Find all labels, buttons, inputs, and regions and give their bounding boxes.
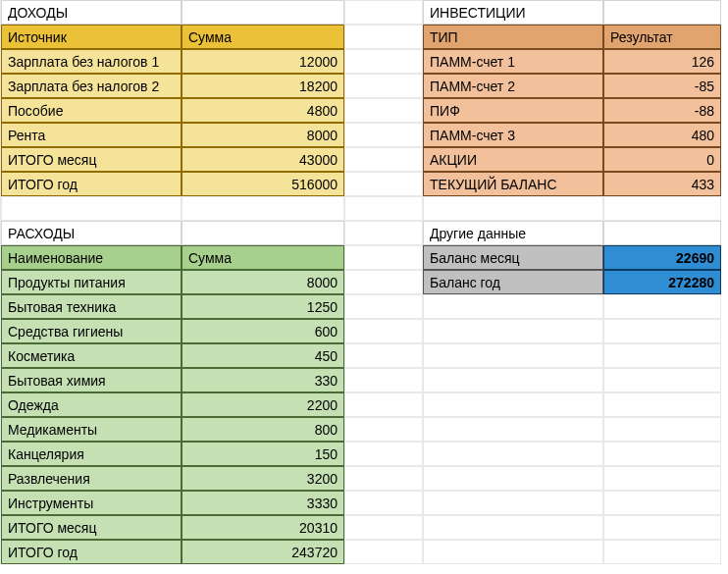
income-cell[interactable]: Зарплата без налогов 1	[1, 49, 182, 74]
blank-cell[interactable]	[423, 343, 603, 368]
expense-cell[interactable]: Продукты питания	[1, 270, 182, 294]
income-cell[interactable]: Пособие	[1, 98, 182, 123]
expenses-title-cell-2[interactable]	[182, 221, 344, 245]
blank-cell[interactable]	[182, 196, 344, 221]
other-title-cell-2[interactable]	[603, 221, 721, 245]
gap-cell[interactable]	[344, 245, 423, 270]
gap-cell[interactable]	[344, 540, 423, 564]
gap-cell[interactable]	[344, 319, 423, 343]
expenses-header-amount[interactable]: Сумма	[182, 245, 344, 270]
gap-cell[interactable]	[344, 172, 423, 196]
gap-cell[interactable]	[344, 294, 423, 319]
investment-cell[interactable]: ПАММ-счет 2	[423, 74, 603, 98]
gap-cell[interactable]	[344, 392, 423, 417]
income-header-amount[interactable]: Сумма	[182, 25, 344, 49]
blank-cell[interactable]	[1, 196, 182, 221]
income-cell[interactable]: 4800	[182, 98, 344, 123]
gap-cell[interactable]	[344, 270, 423, 294]
expense-cell[interactable]: Канцелярия	[1, 442, 182, 466]
income-cell[interactable]: Зарплата без налогов 2	[1, 74, 182, 98]
expense-cell[interactable]: Инструменты	[1, 491, 182, 515]
other-value-cell[interactable]: 272280	[603, 270, 721, 294]
blank-cell[interactable]	[423, 196, 603, 221]
blank-cell[interactable]	[603, 466, 721, 491]
gap-cell[interactable]	[344, 123, 423, 147]
expense-cell[interactable]: Медикаменты	[1, 417, 182, 442]
gap-cell[interactable]	[344, 466, 423, 491]
blank-cell[interactable]	[423, 294, 603, 319]
expense-cell[interactable]: Развлечения	[1, 466, 182, 491]
other-label-cell[interactable]: Баланс год	[423, 270, 603, 294]
blank-cell[interactable]	[423, 442, 603, 466]
blank-cell[interactable]	[603, 417, 721, 442]
blank-cell[interactable]	[423, 540, 603, 564]
investment-cell[interactable]: ПАММ-счет 3	[423, 123, 603, 147]
blank-cell[interactable]	[603, 196, 721, 221]
expense-cell[interactable]: Бытовая техника	[1, 294, 182, 319]
gap-cell[interactable]	[344, 343, 423, 368]
blank-cell[interactable]	[603, 442, 721, 466]
gap-cell[interactable]	[344, 74, 423, 98]
blank-cell[interactable]	[603, 515, 721, 540]
blank-cell[interactable]	[603, 343, 721, 368]
investment-cell[interactable]: 126	[603, 49, 721, 74]
expenses-title-cell[interactable]: РАСХОДЫ	[1, 221, 182, 245]
expense-cell[interactable]: 3330	[182, 491, 344, 515]
investments-title-cell[interactable]: ИНВЕСТИЦИИ	[423, 0, 603, 25]
income-cell[interactable]: ИТОГО год	[1, 172, 182, 196]
expense-cell[interactable]: Средства гигиены	[1, 319, 182, 343]
blank-cell[interactable]	[603, 368, 721, 392]
blank-cell[interactable]	[423, 515, 603, 540]
blank-cell[interactable]	[423, 491, 603, 515]
income-cell[interactable]: Рента	[1, 123, 182, 147]
expenses-header-name[interactable]: Наименование	[1, 245, 182, 270]
blank-cell[interactable]	[603, 294, 721, 319]
expense-cell[interactable]: 2200	[182, 392, 344, 417]
expense-cell[interactable]: 150	[182, 442, 344, 466]
blank-cell[interactable]	[423, 466, 603, 491]
income-cell[interactable]: 516000	[182, 172, 344, 196]
expense-cell[interactable]: 20310	[182, 515, 344, 540]
expense-cell[interactable]: 600	[182, 319, 344, 343]
gap-cell[interactable]	[344, 491, 423, 515]
gap-cell[interactable]	[344, 25, 423, 49]
blank-cell[interactable]	[423, 417, 603, 442]
blank-cell[interactable]	[603, 540, 721, 564]
gap-cell[interactable]	[344, 515, 423, 540]
expense-cell[interactable]: 330	[182, 368, 344, 392]
income-cell[interactable]: ИТОГО месяц	[1, 147, 182, 172]
blank-cell[interactable]	[423, 392, 603, 417]
gap-cell[interactable]	[344, 49, 423, 74]
other-label-cell[interactable]: Баланс месяц	[423, 245, 603, 270]
expense-cell[interactable]: Бытовая химия	[1, 368, 182, 392]
investment-cell[interactable]: -85	[603, 74, 721, 98]
expense-cell[interactable]: Одежда	[1, 392, 182, 417]
expense-cell[interactable]: Косметика	[1, 343, 182, 368]
income-cell[interactable]: 8000	[182, 123, 344, 147]
expense-cell[interactable]: 8000	[182, 270, 344, 294]
gap-cell[interactable]	[344, 147, 423, 172]
expense-cell[interactable]: 800	[182, 417, 344, 442]
income-header-source[interactable]: Источник	[1, 25, 182, 49]
other-title-cell[interactable]: Другие данные	[423, 221, 603, 245]
investment-cell[interactable]: -88	[603, 98, 721, 123]
blank-cell[interactable]	[423, 368, 603, 392]
income-cell[interactable]: 18200	[182, 74, 344, 98]
expense-cell[interactable]: ИТОГО месяц	[1, 515, 182, 540]
spreadsheet-grid[interactable]: ДОХОДЫ ИНВЕСТИЦИИ Источник Сумма ТИП Рез…	[0, 0, 728, 564]
blank-cell[interactable]	[603, 392, 721, 417]
investments-title-cell-2[interactable]	[603, 0, 721, 25]
gap-cell[interactable]	[344, 442, 423, 466]
gap-cell[interactable]	[344, 417, 423, 442]
gap-cell[interactable]	[344, 221, 423, 245]
income-title-cell-2[interactable]	[182, 0, 344, 25]
blank-cell[interactable]	[423, 319, 603, 343]
other-value-cell[interactable]: 22690	[603, 245, 721, 270]
expense-cell[interactable]: 450	[182, 343, 344, 368]
expense-cell[interactable]: 243720	[182, 540, 344, 564]
gap-cell[interactable]	[344, 0, 423, 25]
blank-cell[interactable]	[603, 491, 721, 515]
blank-cell[interactable]	[603, 319, 721, 343]
investments-header-result[interactable]: Результат	[603, 25, 721, 49]
gap-cell[interactable]	[344, 98, 423, 123]
